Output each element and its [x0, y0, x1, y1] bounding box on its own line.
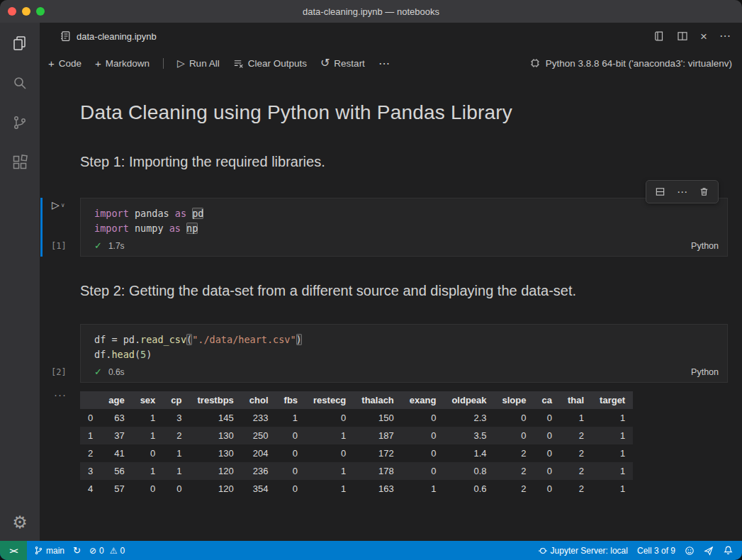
- table-cell: 1.4: [444, 444, 494, 462]
- feedback-smiley-icon[interactable]: [685, 546, 695, 556]
- editor-area: data-cleaning.ipynb ×: [40, 23, 742, 541]
- branch-indicator[interactable]: main: [34, 546, 64, 556]
- code-editor[interactable]: import pandas as pdimport numpy as np: [81, 198, 727, 238]
- code-token: df: [94, 334, 111, 345]
- run-all-icon: ▷: [177, 58, 185, 68]
- table-column-header: thalach: [354, 391, 402, 409]
- problems-indicator[interactable]: ⊘ 0 ⚠ 0: [89, 546, 125, 556]
- markdown-cell-step1[interactable]: Step 1: Importing the required libraries…: [80, 154, 728, 170]
- table-column-header: restecg: [305, 391, 354, 409]
- table-cell: 3.5: [444, 427, 494, 444]
- table-cell: 2: [560, 462, 592, 480]
- jupyter-server-indicator[interactable]: Jupyter Server: local: [538, 546, 628, 556]
- code-token: np: [186, 223, 198, 234]
- table-cell: 1: [133, 462, 164, 480]
- editor-more-actions-icon[interactable]: ⋯: [719, 30, 731, 42]
- cell-language-picker[interactable]: Python: [691, 367, 719, 377]
- table-column-header: chol: [242, 391, 276, 409]
- cell-output: ··· agesexcptrestbpscholfbsrestecgthalac…: [40, 391, 728, 498]
- add-markdown-cell-button[interactable]: + Markdown: [95, 58, 150, 69]
- table-cell: 0: [276, 480, 306, 498]
- gear-glyph: ⚙: [12, 513, 28, 532]
- code-token: df: [94, 349, 106, 360]
- table-cell: 1: [592, 427, 633, 444]
- table-cell: 354: [242, 480, 276, 498]
- outline-icon[interactable]: [653, 30, 665, 42]
- zoom-window-button[interactable]: [36, 7, 45, 16]
- code-token: read_csv: [140, 334, 186, 345]
- table-cell: 1: [560, 409, 592, 427]
- code-cell-2: [2] df = pd.read_csv("./data/heart.csv")…: [40, 324, 728, 383]
- toolbar-more-actions-icon[interactable]: ⋯: [378, 57, 390, 70]
- cell-position-label: Cell 3 of 9: [637, 546, 675, 556]
- plus-icon: +: [95, 58, 101, 69]
- code-editor[interactable]: df = pd.read_csv("./data/heart.csv")df.h…: [81, 325, 727, 364]
- table-row: 063131452331015002.30011: [80, 409, 633, 427]
- notifications-bell-icon[interactable]: [723, 545, 733, 556]
- cell-more-actions-icon[interactable]: ⋯: [671, 183, 693, 201]
- remote-indicator[interactable]: ><: [0, 541, 27, 560]
- run-options-chevron-icon: ∨: [61, 202, 65, 208]
- execution-count: [2]: [51, 367, 67, 377]
- markdown-cell-title[interactable]: Data Cleaning using Python with Pandas L…: [80, 101, 728, 124]
- code-token: import: [94, 223, 129, 234]
- code-token: numpy: [129, 223, 169, 234]
- table-cell: 0: [534, 480, 559, 498]
- table-cell: 2: [495, 480, 534, 498]
- explorer-icon[interactable]: [11, 34, 29, 52]
- clear-outputs-button[interactable]: Clear Outputs: [233, 58, 307, 69]
- code-token: pd: [192, 208, 203, 219]
- cell-editor: ⋯ import pandas as pdimport numpy as np …: [80, 198, 728, 257]
- table-cell: 236: [242, 462, 276, 480]
- markdown-cell-step2[interactable]: Step 2: Getting the data-set from a diff…: [80, 283, 728, 299]
- split-cell-icon[interactable]: [649, 183, 671, 201]
- table-cell: 57: [101, 480, 132, 498]
- jupyter-icon: [538, 546, 548, 556]
- restart-icon: ↺: [320, 57, 330, 69]
- extensions-icon[interactable]: [11, 153, 29, 172]
- errors-icon: ⊘: [89, 547, 96, 555]
- table-column-header: age: [101, 391, 132, 409]
- search-icon[interactable]: [11, 74, 29, 92]
- output-options-icon[interactable]: ···: [54, 388, 67, 401]
- sync-changes-icon[interactable]: ↻: [73, 546, 81, 555]
- split-editor-icon[interactable]: [677, 30, 688, 42]
- table-cell: 178: [354, 462, 402, 480]
- source-control-icon[interactable]: [11, 113, 29, 132]
- cell-editor: df = pd.read_csv("./data/heart.csv")df.h…: [80, 324, 728, 383]
- run-all-button[interactable]: ▷ Run All: [177, 58, 220, 69]
- vscode-window: data-cleaning.ipynb — notebooks: [0, 0, 742, 560]
- close-editor-icon[interactable]: ×: [700, 30, 707, 43]
- table-cell: 0: [402, 427, 444, 444]
- minimize-window-button[interactable]: [22, 7, 30, 16]
- table-cell: 187: [354, 427, 402, 444]
- code-token: 5: [140, 349, 146, 360]
- restart-kernel-button[interactable]: ↺ Restart: [320, 57, 365, 69]
- notebook-file-icon: [60, 30, 71, 42]
- tweet-feedback-icon[interactable]: [704, 546, 714, 556]
- delete-cell-icon[interactable]: [693, 183, 715, 201]
- table-column-header: sex: [133, 391, 164, 409]
- notebook-content: Data Cleaning using Python with Pandas L…: [40, 77, 742, 541]
- close-window-button[interactable]: [8, 7, 16, 16]
- table-cell: 0: [534, 427, 559, 444]
- table-cell: 4: [80, 480, 101, 498]
- code-line: import pandas as pd: [94, 206, 717, 221]
- table-cell: 0: [402, 444, 444, 462]
- window-controls: [8, 0, 45, 23]
- table-column-header: cp: [163, 391, 189, 409]
- kernel-picker[interactable]: Python 3.8.8 64-bit ('anaconda3': virtua…: [529, 57, 732, 69]
- table-cell: 145: [190, 409, 242, 427]
- run-all-label: Run All: [189, 58, 220, 69]
- table-row: 457001203540116310.62021: [80, 480, 633, 498]
- cell-position-indicator[interactable]: Cell 3 of 9: [637, 546, 675, 556]
- cell-language-picker[interactable]: Python: [691, 241, 719, 251]
- table-cell: 150: [354, 409, 402, 427]
- table-column-header: ca: [534, 391, 559, 409]
- add-code-cell-button[interactable]: + Code: [48, 58, 81, 69]
- table-cell: 0: [402, 409, 444, 427]
- table-column-header: oldpeak: [444, 391, 494, 409]
- run-cell-button[interactable]: ▷ ∨: [52, 199, 65, 211]
- settings-gear-icon[interactable]: ⚙: [12, 514, 28, 531]
- tab-data-cleaning-ipynb[interactable]: data-cleaning.ipynb: [60, 30, 157, 42]
